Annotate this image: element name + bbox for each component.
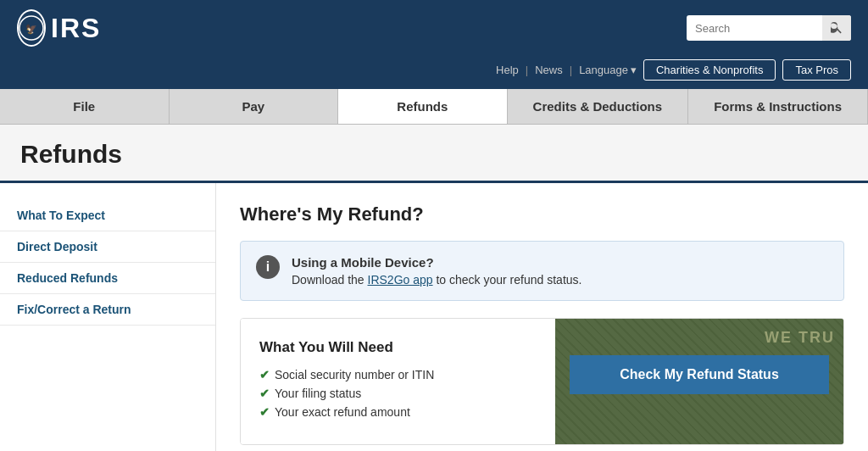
language-button[interactable]: Language ▾ (579, 64, 637, 76)
chevron-down-icon: ▾ (631, 64, 637, 76)
check-refund-status-button[interactable]: Check My Refund Status (570, 355, 829, 394)
sidebar-item-what-to-expect[interactable]: What To Expect (0, 200, 215, 231)
nav-item-refunds[interactable]: Refunds (338, 89, 508, 124)
search-icon (831, 22, 843, 34)
utility-nav: Help | News | Language ▾ Charities & Non… (0, 56, 868, 89)
info-icon: i (256, 255, 280, 279)
search-box[interactable] (687, 15, 851, 41)
checklist: ✔ Social security number or ITIN ✔ Your … (259, 368, 537, 419)
tax-pros-button[interactable]: Tax Pros (782, 59, 851, 81)
bill-text: WE TRU (765, 329, 835, 347)
sidebar-item-reduced-refunds[interactable]: Reduced Refunds (0, 263, 215, 294)
check-icon-2: ✔ (259, 387, 270, 400)
sidebar: What To Expect Direct Deposit Reduced Re… (0, 183, 216, 451)
card-title: What You Will Need (259, 339, 537, 356)
info-box-heading: Using a Mobile Device? (292, 255, 581, 270)
nav-item-credits-deductions[interactable]: Credits & Deductions (508, 89, 689, 124)
irs-logo: 🦅 IRS (17, 7, 85, 49)
refund-card-right: WE TRU Check My Refund Status (555, 319, 843, 444)
sidebar-item-direct-deposit[interactable]: Direct Deposit (0, 231, 215, 263)
check-icon-1: ✔ (259, 368, 270, 381)
main-content: Where's My Refund? i Using a Mobile Devi… (216, 183, 868, 451)
refund-card-left: What You Will Need ✔ Social security num… (241, 319, 555, 444)
search-input[interactable] (687, 19, 822, 38)
page-header: Refunds (0, 125, 868, 183)
main-nav: File Pay Refunds Credits & Deductions Fo… (0, 89, 868, 125)
top-header: 🦅 IRS (0, 0, 868, 56)
section-title: Where's My Refund? (240, 203, 844, 226)
search-button[interactable] (822, 15, 851, 41)
info-box-body: Download the IRS2Go app to check your re… (292, 273, 581, 287)
info-box: i Using a Mobile Device? Download the IR… (240, 241, 844, 301)
nav-item-pay[interactable]: Pay (170, 89, 339, 124)
sidebar-item-fix-correct-return[interactable]: Fix/Correct a Return (0, 294, 215, 326)
charities-nonprofits-button[interactable]: Charities & Nonprofits (643, 59, 776, 81)
news-link[interactable]: News (535, 64, 563, 76)
header-right (687, 15, 851, 41)
content-area: What To Expect Direct Deposit Reduced Re… (0, 183, 868, 451)
check-icon-3: ✔ (259, 405, 270, 419)
irs-logo-text: IRS (51, 13, 101, 44)
nav-item-file[interactable]: File (0, 89, 170, 124)
checklist-item-3: ✔ Your exact refund amount (259, 405, 537, 419)
irs2go-app-link[interactable]: IRS2Go app (368, 273, 433, 287)
refund-card: What You Will Need ✔ Social security num… (240, 318, 844, 445)
checklist-item-1: ✔ Social security number or ITIN (259, 368, 537, 381)
help-link[interactable]: Help (496, 64, 519, 76)
info-box-text: Using a Mobile Device? Download the IRS2… (292, 255, 581, 287)
nav-item-forms-instructions[interactable]: Forms & Instructions (688, 89, 868, 124)
checklist-item-2: ✔ Your filing status (259, 387, 537, 400)
page-title: Refunds (20, 140, 848, 169)
irs-emblem: 🦅 (17, 9, 46, 47)
svg-text:🦅: 🦅 (25, 23, 37, 35)
